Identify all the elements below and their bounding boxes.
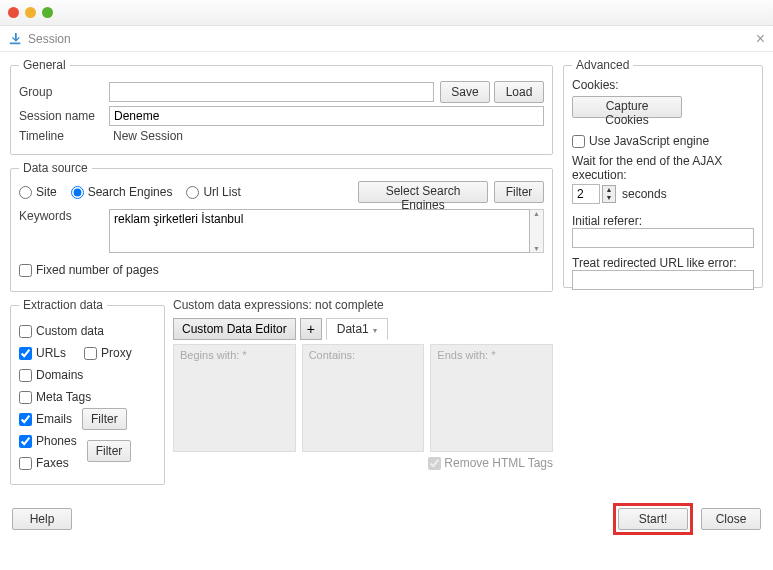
wait-seconds-input[interactable] bbox=[572, 184, 600, 204]
extraction-legend: Extraction data bbox=[19, 298, 107, 312]
group-label: Group bbox=[19, 85, 109, 99]
load-button[interactable]: Load bbox=[494, 81, 544, 103]
window-zoom-dot[interactable] bbox=[42, 7, 53, 18]
domains-checkbox[interactable] bbox=[19, 369, 32, 382]
custom-expressions-header: Custom data expressions: not complete bbox=[173, 298, 553, 312]
start-highlight: Start! bbox=[613, 503, 693, 535]
radio-url-list[interactable]: Url List bbox=[186, 185, 240, 199]
timeline-label: Timeline bbox=[19, 129, 109, 143]
keywords-textarea[interactable] bbox=[109, 209, 530, 253]
remove-html-tags-label: Remove HTML Tags bbox=[444, 456, 553, 470]
session-name-input[interactable] bbox=[109, 106, 544, 126]
wait-ajax-label: Wait for the end of the AJAX execution: bbox=[572, 154, 754, 182]
remove-html-tags-checkbox bbox=[428, 457, 441, 470]
save-button[interactable]: Save bbox=[440, 81, 490, 103]
wait-seconds-spinner[interactable]: ▲▼ bbox=[602, 185, 616, 203]
phones-checkbox[interactable] bbox=[19, 435, 32, 448]
close-button[interactable]: Close bbox=[701, 508, 761, 530]
window-close-dot[interactable] bbox=[8, 7, 19, 18]
advanced-fieldset: Advanced Cookies: Capture Cookies Use Ja… bbox=[563, 58, 763, 288]
svg-rect-0 bbox=[10, 42, 21, 44]
fixed-pages-label: Fixed number of pages bbox=[36, 263, 159, 277]
phones-filter-button[interactable]: Filter bbox=[87, 440, 132, 462]
initial-referer-label: Initial referer: bbox=[572, 214, 754, 228]
treat-redirect-input[interactable] bbox=[572, 270, 754, 290]
radio-search-engines[interactable]: Search Engines bbox=[71, 185, 173, 199]
window-header: Session × bbox=[0, 26, 773, 52]
datasource-legend: Data source bbox=[19, 161, 92, 175]
emails-filter-button[interactable]: Filter bbox=[82, 408, 127, 430]
fixed-pages-checkbox[interactable] bbox=[19, 264, 32, 277]
capture-cookies-button[interactable]: Capture Cookies bbox=[572, 96, 682, 118]
general-fieldset: General Group Save Load Session name Tim… bbox=[10, 58, 553, 155]
window-title: Session bbox=[28, 32, 71, 46]
tab-data1[interactable]: Data1 bbox=[326, 318, 388, 340]
timeline-value: New Session bbox=[109, 129, 544, 143]
session-name-label: Session name bbox=[19, 109, 109, 123]
keywords-label: Keywords bbox=[19, 209, 109, 253]
cookies-label: Cookies: bbox=[572, 78, 754, 92]
contains-panel[interactable]: Contains: bbox=[302, 344, 425, 452]
datasource-fieldset: Data source Site Search Engines Url List… bbox=[10, 161, 553, 292]
window-minimize-dot[interactable] bbox=[25, 7, 36, 18]
advanced-legend: Advanced bbox=[572, 58, 633, 72]
treat-redirect-label: Treat redirected URL like error: bbox=[572, 256, 754, 270]
begins-with-panel[interactable]: Begins with: * bbox=[173, 344, 296, 452]
urls-checkbox[interactable] bbox=[19, 347, 32, 360]
initial-referer-input[interactable] bbox=[572, 228, 754, 248]
select-search-engines-button[interactable]: Select Search Engines bbox=[358, 181, 488, 203]
ds-filter-button[interactable]: Filter bbox=[494, 181, 544, 203]
proxy-checkbox[interactable] bbox=[84, 347, 97, 360]
extraction-fieldset: Extraction data Custom data URLs Proxy D… bbox=[10, 298, 165, 485]
keywords-scrollbar[interactable]: ▲▼ bbox=[530, 209, 544, 253]
custom-data-checkbox[interactable] bbox=[19, 325, 32, 338]
download-icon bbox=[8, 32, 22, 46]
start-button[interactable]: Start! bbox=[618, 508, 688, 530]
faxes-checkbox[interactable] bbox=[19, 457, 32, 470]
group-input[interactable] bbox=[109, 82, 434, 102]
add-tab-button[interactable]: + bbox=[300, 318, 322, 340]
emails-checkbox[interactable] bbox=[19, 413, 32, 426]
help-button[interactable]: Help bbox=[12, 508, 72, 530]
close-icon[interactable]: × bbox=[756, 30, 765, 48]
use-js-checkbox[interactable] bbox=[572, 135, 585, 148]
metatags-checkbox[interactable] bbox=[19, 391, 32, 404]
ends-with-panel[interactable]: Ends with: * bbox=[430, 344, 553, 452]
custom-data-editor-button[interactable]: Custom Data Editor bbox=[173, 318, 296, 340]
general-legend: General bbox=[19, 58, 70, 72]
mac-titlebar bbox=[0, 0, 773, 26]
radio-site[interactable]: Site bbox=[19, 185, 57, 199]
